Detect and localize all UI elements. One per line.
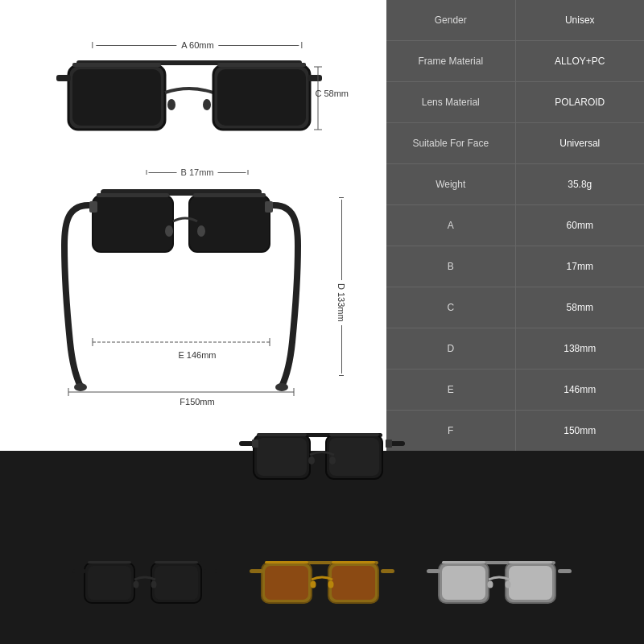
variant-black [68, 555, 221, 628]
svg-point-28 [197, 225, 205, 237]
spec-label: Weight [386, 164, 516, 204]
svg-rect-49 [72, 569, 86, 573]
spec-label: Frame Material [386, 41, 516, 81]
spec-label: Lens Material [386, 82, 516, 122]
spec-row: C58mm [386, 287, 644, 328]
glasses-side-svg [52, 181, 318, 398]
spec-value: 146mm [516, 369, 645, 410]
svg-point-75 [488, 581, 493, 588]
svg-rect-70 [509, 566, 552, 600]
dimension-d-label: D 133mm [336, 197, 346, 376]
spec-value: 17mm [516, 246, 645, 287]
svg-rect-52 [155, 561, 198, 564]
dimension-b-label: B 17mm [147, 167, 249, 177]
svg-point-41 [329, 456, 336, 464]
svg-point-8 [203, 99, 211, 110]
spec-row: Frame MaterialALLOY+PC [386, 41, 644, 82]
spec-value: 138mm [516, 328, 645, 369]
svg-rect-71 [427, 569, 440, 573]
svg-point-19 [74, 383, 87, 391]
svg-rect-73 [442, 561, 485, 564]
variant-gold [246, 555, 398, 628]
svg-rect-72 [558, 569, 572, 573]
spec-label: Suitable For Face [386, 123, 516, 163]
svg-rect-29 [89, 201, 97, 213]
svg-rect-63 [332, 561, 375, 564]
svg-point-65 [328, 581, 334, 588]
svg-point-40 [308, 456, 315, 464]
spec-row: D138mm [386, 328, 644, 369]
spec-row: Lens MaterialPOLAROID [386, 82, 644, 123]
svg-rect-17 [97, 193, 169, 197]
spec-value: ALLOY+PC [516, 41, 645, 81]
svg-rect-50 [204, 569, 217, 573]
svg-point-7 [167, 99, 175, 110]
svg-rect-39 [329, 433, 379, 436]
svg-rect-2 [72, 69, 161, 126]
dimension-c-label: C 58mm [315, 89, 349, 98]
svg-rect-6 [308, 75, 322, 81]
svg-rect-5 [56, 75, 71, 81]
main-container: A 60mm [0, 0, 644, 644]
variant-silver [423, 555, 576, 628]
spec-value: 60mm [516, 205, 645, 246]
svg-rect-68 [442, 566, 485, 600]
svg-rect-42 [252, 440, 258, 448]
svg-rect-51 [88, 561, 131, 564]
svg-rect-15 [93, 196, 173, 252]
svg-rect-4 [217, 69, 306, 126]
svg-rect-62 [265, 561, 308, 564]
svg-point-20 [275, 383, 288, 391]
spec-row: E146mm [386, 369, 644, 411]
svg-rect-18 [193, 193, 266, 197]
spec-label: Gender [386, 0, 516, 40]
spec-label: C [386, 287, 516, 328]
svg-rect-43 [386, 440, 392, 448]
svg-rect-46 [88, 566, 131, 600]
svg-point-64 [311, 581, 316, 588]
spec-row: Weight35.8g [386, 164, 644, 205]
spec-row: A60mm [386, 205, 644, 246]
svg-point-76 [506, 581, 511, 588]
dimension-e-label: E 146mm [178, 350, 216, 360]
spec-row: GenderUnisex [386, 0, 644, 41]
dimension-f-label: F150mm [180, 397, 214, 407]
spec-value: Unisex [516, 0, 645, 40]
spec-row: Suitable For FaceUniversal [386, 123, 644, 164]
dimension-a-label: A 60mm [92, 40, 302, 50]
top-section: A 60mm [0, 0, 644, 451]
spec-label: A [386, 205, 516, 246]
svg-rect-10 [217, 63, 306, 67]
spec-value: POLAROID [516, 82, 645, 122]
spec-value: Universal [516, 123, 645, 163]
svg-point-53 [134, 581, 139, 588]
svg-rect-61 [381, 569, 394, 573]
svg-rect-9 [72, 63, 161, 67]
svg-rect-48 [155, 566, 198, 600]
svg-rect-16 [189, 196, 270, 252]
specs-table: GenderUnisexFrame MaterialALLOY+PCLens M… [386, 0, 644, 451]
svg-rect-57 [265, 566, 308, 600]
diagram-area: A 60mm [0, 0, 386, 451]
svg-point-27 [165, 225, 173, 237]
svg-rect-33 [257, 438, 307, 476]
svg-rect-59 [332, 566, 375, 600]
spec-value: 58mm [516, 287, 645, 328]
spec-value: 35.8g [516, 164, 645, 204]
spec-label: B [386, 246, 516, 287]
svg-rect-38 [257, 433, 307, 436]
variant-black-top [233, 427, 411, 507]
svg-rect-30 [265, 201, 273, 213]
variants-section [0, 451, 644, 644]
glasses-front-svg [52, 52, 326, 165]
spec-label: E [386, 369, 516, 410]
svg-rect-74 [509, 561, 552, 564]
spec-row: B17mm [386, 246, 644, 287]
svg-rect-35 [329, 438, 379, 476]
svg-point-54 [151, 581, 157, 588]
spec-label: D [386, 328, 516, 369]
svg-rect-60 [250, 569, 263, 573]
